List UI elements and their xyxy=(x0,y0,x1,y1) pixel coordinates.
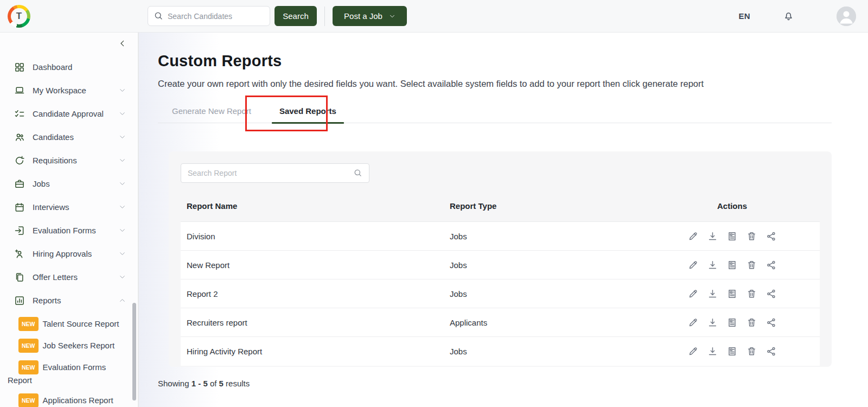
sidebar-item-label: Dashboard xyxy=(33,62,72,72)
chevron-down-icon xyxy=(119,227,126,234)
person-add-icon xyxy=(14,249,25,259)
sidebar-item-label: Candidates xyxy=(33,132,74,142)
view-report-icon[interactable] xyxy=(727,231,737,241)
sidebar-item-label: Requisitions xyxy=(33,156,77,165)
search-button[interactable]: Search xyxy=(275,6,317,26)
bar-chart-icon xyxy=(14,295,25,306)
sidebar-item-applications-report[interactable]: NEWApplications Report xyxy=(8,390,132,407)
share-icon[interactable] xyxy=(766,317,776,328)
chevron-up-icon xyxy=(119,297,126,304)
new-badge: NEW xyxy=(18,360,39,374)
chevron-down-icon xyxy=(119,204,126,211)
download-icon[interactable] xyxy=(707,260,718,270)
report-name-cell: New Report xyxy=(187,260,450,270)
subitem-label: Job Seekers Report xyxy=(43,341,115,350)
sidebar-item-offer-letters[interactable]: Offer Letters xyxy=(0,265,138,289)
view-report-icon[interactable] xyxy=(727,317,737,328)
sidebar-item-hiring-approvals[interactable]: Hiring Approvals xyxy=(0,242,138,265)
sidebar-item-label: Jobs xyxy=(33,179,50,188)
search-icon[interactable] xyxy=(353,168,362,177)
sidebar-item-requisitions[interactable]: Requisitions xyxy=(0,149,138,172)
edit-icon[interactable] xyxy=(688,317,698,328)
results-count: Showing 1 - 5 of 5 results xyxy=(158,379,832,388)
column-header-actions: Actions xyxy=(683,201,814,211)
edit-icon[interactable] xyxy=(688,260,698,270)
delete-icon[interactable] xyxy=(746,260,757,270)
chevron-down-icon xyxy=(119,250,126,257)
sidebar-item-dashboard[interactable]: Dashboard xyxy=(0,55,138,79)
download-icon[interactable] xyxy=(707,231,718,241)
edit-icon[interactable] xyxy=(688,346,698,357)
share-icon[interactable] xyxy=(766,260,776,270)
report-type-cell: Jobs xyxy=(450,347,683,356)
share-icon[interactable] xyxy=(766,346,776,357)
sidebar-item-label: Hiring Approvals xyxy=(33,249,92,258)
saved-reports-panel: Report Name Report Type Actions Division… xyxy=(169,151,832,367)
post-a-job-button[interactable]: Post a Job xyxy=(333,6,407,26)
pages-icon xyxy=(14,272,25,283)
chevron-down-icon xyxy=(119,133,126,141)
reports-submenu: NEWTalent Source Report NEWJob Seekers R… xyxy=(0,312,138,407)
sidebar-item-label: Reports xyxy=(33,296,61,305)
sidebar-item-interviews[interactable]: Interviews xyxy=(0,195,138,219)
delete-icon[interactable] xyxy=(746,289,757,299)
sidebar-item-label: Evaluation Forms xyxy=(33,226,96,235)
delete-icon[interactable] xyxy=(746,346,757,357)
share-icon[interactable] xyxy=(766,289,776,299)
sidebar-item-candidate-approval[interactable]: Candidate Approval xyxy=(0,102,138,125)
sidebar-item-label: My Workspace xyxy=(33,86,86,95)
report-name-cell: Hiring Activity Report xyxy=(187,347,450,356)
checklist-icon xyxy=(14,109,25,119)
view-report-icon[interactable] xyxy=(727,289,737,299)
new-badge: NEW xyxy=(18,339,39,353)
laptop-icon xyxy=(14,85,25,96)
form-arrow-icon xyxy=(14,225,25,236)
sidebar-item-my-workspace[interactable]: My Workspace xyxy=(0,79,138,102)
edit-icon[interactable] xyxy=(688,289,698,299)
people-icon xyxy=(14,132,25,143)
sidebar-item-evaluation-forms-report[interactable]: NEWEvaluation Forms Report xyxy=(8,357,132,390)
post-a-job-label: Post a Job xyxy=(344,11,382,21)
delete-icon[interactable] xyxy=(746,231,757,241)
view-report-icon[interactable] xyxy=(727,346,737,357)
table-row: Division Jobs xyxy=(181,222,820,251)
download-icon[interactable] xyxy=(707,346,718,357)
page-title: Custom Reports xyxy=(158,52,832,70)
sidebar-item-job-seekers-report[interactable]: NEWJob Seekers Report xyxy=(8,335,132,357)
notifications-bell-icon[interactable] xyxy=(783,10,794,22)
sidebar-collapse-icon[interactable] xyxy=(118,39,127,48)
report-search-input[interactable] xyxy=(181,163,369,183)
sidebar-scrollbar[interactable] xyxy=(132,303,136,400)
sidebar-item-jobs[interactable]: Jobs xyxy=(0,172,138,195)
sidebar-item-candidates[interactable]: Candidates xyxy=(0,125,138,149)
sidebar: Dashboard My Workspace Candidate Approva… xyxy=(0,33,139,407)
logo-letter: T xyxy=(8,5,30,28)
share-icon[interactable] xyxy=(766,231,776,241)
chevron-down-icon xyxy=(119,110,126,117)
main-content: Custom Reports Create your own report wi… xyxy=(139,33,868,407)
calendar-icon xyxy=(14,202,25,213)
app-logo[interactable]: T xyxy=(8,5,30,28)
subitem-label: Talent Source Report xyxy=(43,319,119,328)
avatar-silhouette-icon xyxy=(837,7,856,26)
download-icon[interactable] xyxy=(707,317,718,328)
download-icon[interactable] xyxy=(707,289,718,299)
view-report-icon[interactable] xyxy=(727,260,737,270)
edit-icon[interactable] xyxy=(688,231,698,241)
chevron-down-icon xyxy=(389,13,395,20)
candidate-search-input[interactable] xyxy=(148,6,270,26)
sidebar-item-talent-source-report[interactable]: NEWTalent Source Report xyxy=(8,313,132,335)
sidebar-item-reports[interactable]: Reports xyxy=(0,289,138,312)
language-selector[interactable]: EN xyxy=(739,11,750,21)
tab-saved-reports[interactable]: Saved Reports xyxy=(265,102,350,123)
subitem-label: Applications Report xyxy=(43,396,113,405)
user-avatar[interactable] xyxy=(837,7,856,26)
report-type-cell: Jobs xyxy=(450,260,683,270)
delete-icon[interactable] xyxy=(746,317,757,328)
page-subtitle: Create your own report with only the des… xyxy=(158,79,832,89)
sidebar-item-evaluation-forms[interactable]: Evaluation Forms xyxy=(0,219,138,242)
refresh-icon xyxy=(14,155,25,166)
briefcase-icon xyxy=(14,179,25,189)
sidebar-item-label: Offer Letters xyxy=(33,272,78,282)
tab-generate-new-report[interactable]: Generate New Report xyxy=(158,102,265,123)
